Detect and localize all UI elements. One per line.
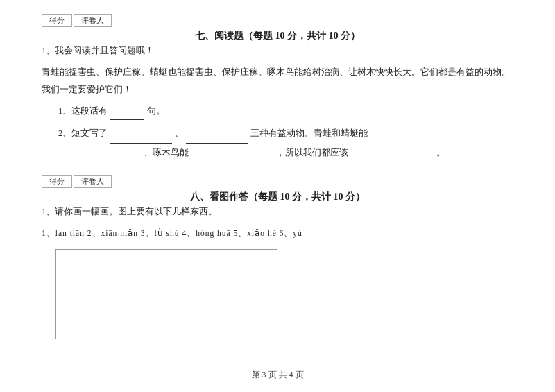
q2-blank5[interactable] [351, 151, 434, 162]
section-7-title: 七、阅读题（每题 10 分，共计 10 分） [42, 30, 513, 42]
section-7: 得分 评卷人 七、阅读题（每题 10 分，共计 10 分） 1、我会阅读并且答问… [42, 14, 513, 162]
section-7-passage: 青蛙能捉害虫、保护庄稼。蜻蜓也能捉害虫、保护庄稼。啄木鸟能给树治病、让树木快快长… [42, 64, 513, 99]
section-7-q1: 1、这段话有 句。 [58, 103, 513, 120]
section-7-content: 1、我会阅读并且答问题哦！ 青蛙能捉害虫、保护庄稼。蜻蜓也能捉害虫、保护庄稼。啄… [42, 42, 513, 162]
reviewer-box-7: 评卷人 [74, 14, 112, 27]
score-box-8: 得分 [42, 175, 72, 188]
q2-blank4[interactable] [191, 151, 274, 162]
reviewer-box-8: 评卷人 [74, 175, 112, 188]
score-reviewer-8: 得分 评卷人 [42, 175, 513, 188]
q2-blank1[interactable] [110, 133, 172, 144]
q2-blank3[interactable] [58, 151, 142, 162]
page-number: 第 3 页 共 4 页 [0, 369, 555, 381]
q2-blank2[interactable] [186, 133, 248, 144]
score-reviewer-7: 得分 评卷人 [42, 14, 513, 27]
section-7-q2: 2、短文写了 、 三种有益动物。青蛙和蜻蜓能 、啄木鸟能 ，所以我们都应该 。 [58, 124, 513, 162]
section-8-instruction: 1、请你画一幅画。图上要有以下几样东西。 [42, 203, 513, 221]
section-7-instruction: 1、我会阅读并且答问题哦！ [42, 42, 513, 60]
score-box-7: 得分 [42, 14, 72, 27]
section-8: 得分 评卷人 八、看图作答（每题 10 分，共计 10 分） 1、请你画一幅画。… [42, 175, 513, 339]
section-8-content: 1、请你画一幅画。图上要有以下几样东西。 1、lán tiān 2、xiān n… [42, 203, 513, 339]
section-8-pinyin: 1、lán tiān 2、xiān niǎn 3、lǜ shù 4、hóng h… [42, 225, 513, 242]
page: 得分 评卷人 七、阅读题（每题 10 分，共计 10 分） 1、我会阅读并且答问… [0, 0, 555, 392]
q1-answer-blank[interactable] [110, 109, 144, 120]
section-8-title: 八、看图作答（每题 10 分，共计 10 分） [42, 191, 513, 203]
drawing-area[interactable] [56, 249, 278, 339]
